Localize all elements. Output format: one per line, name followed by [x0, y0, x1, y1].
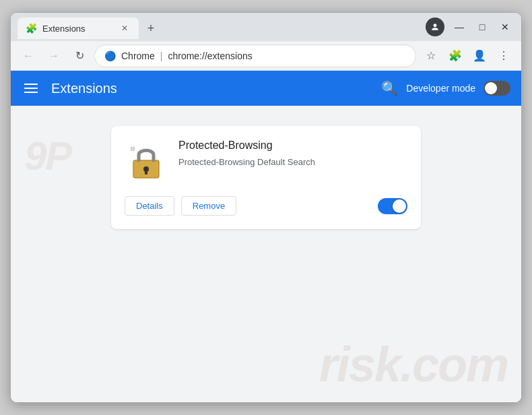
address-url: chrome://extensions — [168, 51, 252, 61]
reload-button[interactable]: ↻ — [69, 45, 90, 67]
header-actions: 🔍 Developer mode — [381, 80, 510, 96]
address-brand: Chrome — [121, 51, 155, 61]
watermark-bottom: risk.com — [319, 340, 508, 389]
watermark-top: 9P — [24, 133, 71, 179]
developer-mode-toggle[interactable] — [484, 81, 510, 96]
details-button[interactable]: Details — [125, 196, 174, 216]
tab-bar: 🧩 Extensions ✕ + — [18, 15, 444, 39]
minimize-button[interactable]: — — [450, 18, 469, 36]
extensions-button[interactable]: 🧩 — [444, 45, 466, 67]
tab-title: Extensions — [42, 24, 113, 34]
extension-description: Protected-Browsing Default Search — [178, 156, 407, 169]
extension-card-top: ⛓ Protected-Browsing Protected-Browsing … — [125, 139, 407, 183]
bookmark-button[interactable]: ☆ — [420, 45, 442, 67]
back-button[interactable]: ← — [18, 45, 39, 67]
browser-toolbar: ← → ↻ 🔵 Chrome | chrome://extensions ☆ 🧩… — [11, 41, 521, 71]
extension-enable-toggle[interactable] — [378, 198, 407, 214]
forward-button[interactable]: → — [43, 45, 65, 67]
toggle-knob — [485, 82, 497, 94]
search-icon[interactable]: 🔍 — [381, 80, 398, 96]
page-title: Extensions — [51, 81, 370, 96]
site-security-icon: 🔵 — [104, 51, 116, 61]
new-tab-button[interactable]: + — [141, 19, 160, 38]
active-tab[interactable]: 🧩 Extensions ✕ — [18, 18, 139, 39]
browser-window: 🧩 Extensions ✕ + — □ ✕ ← → ↻ 🔵 Chrome | … — [10, 12, 522, 403]
profile-icon-button[interactable]: 👤 — [469, 45, 490, 67]
extension-card-bottom: Details Remove — [125, 196, 407, 216]
maximize-button[interactable]: □ — [473, 18, 492, 36]
extension-name: Protected-Browsing — [178, 139, 407, 152]
remove-button[interactable]: Remove — [181, 196, 236, 216]
address-separator: | — [160, 51, 163, 61]
extension-icon: ⛓ — [125, 139, 168, 183]
extensions-header: Extensions 🔍 Developer mode — [11, 71, 521, 106]
close-button[interactable]: ✕ — [496, 18, 514, 36]
developer-mode-label: Developer mode — [406, 83, 475, 94]
extension-info: Protected-Browsing Protected-Browsing De… — [178, 139, 407, 169]
toolbar-actions: ☆ 🧩 👤 ⋮ — [420, 45, 514, 67]
extensions-content: 9P risk.com ⛓ — [11, 106, 521, 402]
window-controls: — □ ✕ — [450, 18, 514, 36]
extension-card: ⛓ Protected-Browsing Protected-Browsing … — [111, 126, 421, 229]
extension-toggle-knob — [393, 199, 406, 213]
chrome-menu-button[interactable]: ⋮ — [493, 45, 514, 67]
tab-icon: 🧩 — [26, 23, 37, 34]
address-bar[interactable]: 🔵 Chrome | chrome://extensions — [94, 44, 416, 67]
hamburger-menu-button[interactable] — [22, 81, 40, 96]
tab-close-button[interactable]: ✕ — [119, 22, 131, 34]
profile-dropdown-button[interactable] — [426, 18, 444, 36]
svg-text:⛓: ⛓ — [130, 146, 135, 152]
title-bar: 🧩 Extensions ✕ + — □ ✕ — [11, 13, 521, 41]
svg-rect-2 — [145, 170, 147, 174]
